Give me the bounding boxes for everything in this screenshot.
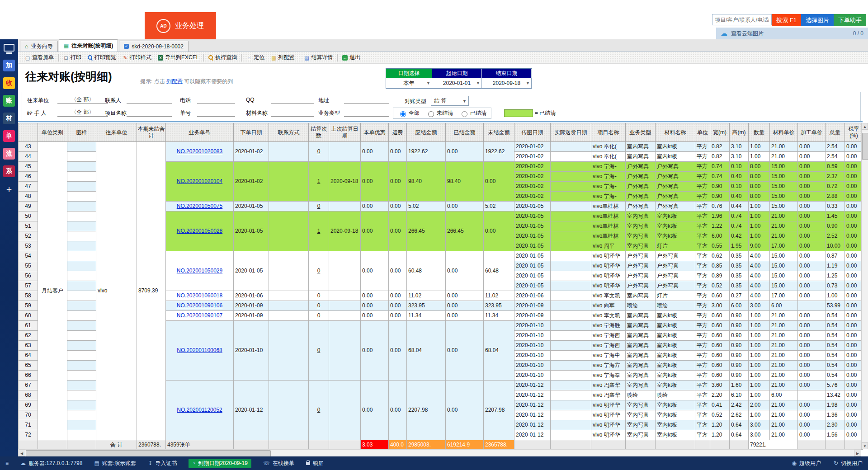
filter-input[interactable] <box>197 96 235 104</box>
vertical-scroll-thumb[interactable] <box>862 133 868 160</box>
settle-count-link[interactable]: 0 <box>317 407 321 413</box>
column-header[interactable]: 单位 <box>695 123 710 142</box>
nav-item-5[interactable]: HR人事工资 <box>286 12 357 39</box>
filter-input[interactable] <box>344 96 389 104</box>
tab-2[interactable]: ▦往来对账(按明细) <box>59 39 118 52</box>
search-input[interactable] <box>712 14 772 25</box>
sidebar-item-7[interactable]: 系 <box>3 165 15 177</box>
column-header[interactable]: 材料单价 <box>770 123 798 142</box>
column-header[interactable]: 单位类别 <box>38 123 67 142</box>
cloud-image-bar[interactable]: ☁ 查看云端图片 0 / 0 <box>716 28 868 39</box>
toolbar-button-7[interactable]: ≡定位 <box>243 53 268 62</box>
search-button[interactable]: 搜索 F1 <box>772 14 801 26</box>
column-header[interactable]: 本期未结合计 <box>137 123 166 142</box>
filter-input[interactable]: 〈全 部〉 <box>57 108 108 117</box>
order-link[interactable]: NO.202001060018 <box>177 292 222 299</box>
monitor-icon[interactable] <box>4 44 14 52</box>
filter-input[interactable] <box>344 108 389 117</box>
settle-count-link[interactable]: 1 <box>317 228 321 234</box>
column-header[interactable]: 本单优惠 <box>361 123 389 142</box>
vertical-scrollbar[interactable]: ▲ ▼ <box>861 123 868 449</box>
toolbar-button-3[interactable]: 打印预览 <box>85 53 119 62</box>
column-header[interactable]: 实际送货日期 <box>551 123 591 142</box>
sidebar-item-6[interactable]: 流 <box>3 148 15 160</box>
column-header[interactable]: 总量 <box>826 123 845 142</box>
settle-count-link[interactable]: 0 <box>317 203 321 209</box>
filter-input[interactable]: 〈全 部〉 <box>57 96 108 104</box>
column-header[interactable]: 业务单号 <box>166 123 234 142</box>
column-header[interactable]: 宽(m) <box>710 123 730 142</box>
settle-count-link[interactable]: 0 <box>317 292 321 299</box>
toolbar-button-4[interactable]: ✎打印样式 <box>119 53 155 62</box>
toolbar-button-9[interactable]: ▤结算详情 <box>301 53 336 62</box>
radio-option-3[interactable]: 已结清 <box>459 109 486 117</box>
order-link[interactable]: NO.202001100068 <box>177 347 222 353</box>
horizontal-scroll-thumb[interactable] <box>26 450 271 457</box>
column-header[interactable]: 应结金额 <box>407 123 446 142</box>
order-link[interactable]: NO.202001020104 <box>177 178 222 184</box>
status-item[interactable]: ☏在线接单 <box>263 460 294 467</box>
radio-input[interactable] <box>462 111 467 117</box>
filter-input[interactable] <box>197 108 235 117</box>
radio-input[interactable] <box>400 111 406 117</box>
toolbar-button-6[interactable]: 执行查询 <box>205 53 240 62</box>
minimize-icon[interactable]: — <box>831 1 837 8</box>
column-header[interactable]: 未结金额 <box>484 123 514 142</box>
sidebar-item-2[interactable]: 收 <box>3 77 15 89</box>
order-link[interactable]: NO.202001120052 <box>177 407 222 413</box>
scroll-left-icon[interactable]: ◀ <box>18 450 25 456</box>
sidebar-item-1[interactable]: 加 <box>3 60 15 71</box>
settle-count-link[interactable]: 1 <box>317 178 321 184</box>
sidebar-item-5[interactable]: 单 <box>3 130 15 142</box>
date-filter-value-1[interactable]: 本年▼ <box>386 78 432 88</box>
column-header[interactable]: 上次结算日期 <box>329 123 361 142</box>
order-link[interactable]: NO.202001090107 <box>177 312 222 319</box>
sidebar-item-4[interactable]: 材 <box>3 113 15 124</box>
column-config-link[interactable]: 列配置 <box>166 78 183 85</box>
close-icon[interactable]: ✕ <box>859 1 863 8</box>
column-header[interactable]: 运费 <box>389 123 407 142</box>
filter-input[interactable] <box>127 108 172 117</box>
order-link[interactable]: NO.202001020083 <box>177 148 222 155</box>
restore-icon[interactable]: ▢ <box>845 1 850 8</box>
column-header[interactable]: 税率(%) <box>845 123 863 142</box>
select-image-button[interactable]: 选择图片 <box>801 14 834 26</box>
nav-item-4[interactable]: 报表统计 <box>216 12 286 39</box>
settle-count-link[interactable]: 0 <box>317 347 321 353</box>
column-header[interactable]: 结算次数 <box>309 123 329 142</box>
nav-item-2[interactable]: ≡基础档案 <box>73 12 145 39</box>
radio-option-2[interactable]: 未结清 <box>426 109 453 117</box>
date-filter-value-3[interactable]: 2020-09-18▼ <box>482 78 532 88</box>
filter-input[interactable] <box>127 96 172 104</box>
horizontal-scrollbar[interactable]: ◀ ▶ <box>18 449 861 456</box>
column-header[interactable]: 加工单价 <box>798 123 826 142</box>
column-header[interactable] <box>19 123 38 142</box>
column-header[interactable]: 业务类型 <box>626 123 656 142</box>
status-item[interactable]: ↻切换用户 <box>834 460 863 467</box>
settle-count-link[interactable]: 0 <box>317 302 321 309</box>
toolbar-button-1[interactable]: ▢查看原单 <box>22 53 57 62</box>
order-link[interactable]: NO.202001050029 <box>177 268 222 274</box>
radio-input[interactable] <box>428 111 434 117</box>
skin-icon[interactable]: ✦ <box>818 1 823 8</box>
column-header[interactable]: 材料名称 <box>656 123 695 142</box>
settle-count-link[interactable]: 0 <box>317 312 321 319</box>
nav-item-1[interactable]: 个人中心 <box>2 12 73 39</box>
order-link[interactable]: NO.202001050028 <box>177 228 222 234</box>
order-link[interactable]: NO.202001050075 <box>177 203 222 209</box>
toolbar-button-8[interactable]: ▥列配置 <box>268 53 297 62</box>
scroll-right-icon[interactable]: ▶ <box>854 450 861 456</box>
nav-item-3[interactable]: AD业务处理 <box>145 12 216 39</box>
sidebar-item-3[interactable]: 账 <box>3 95 15 107</box>
settle-count-link[interactable]: 0 <box>317 268 321 274</box>
reconcile-type-select[interactable]: 结 算▼ <box>431 96 469 106</box>
column-header[interactable]: 高(m) <box>730 123 749 142</box>
filter-input[interactable] <box>271 96 314 104</box>
order-link[interactable]: NO.202001090106 <box>177 302 222 309</box>
order-assistant-button[interactable]: 下单助手 <box>834 14 866 26</box>
column-header[interactable]: 联系方式 <box>269 123 309 142</box>
column-header[interactable]: 项目名称 <box>591 123 626 142</box>
toolbar-button-10[interactable]: ←退出 <box>339 53 363 62</box>
date-filter-value-2[interactable]: 2020-01-01▼ <box>432 78 482 88</box>
scroll-up-icon[interactable]: ▲ <box>862 123 868 130</box>
